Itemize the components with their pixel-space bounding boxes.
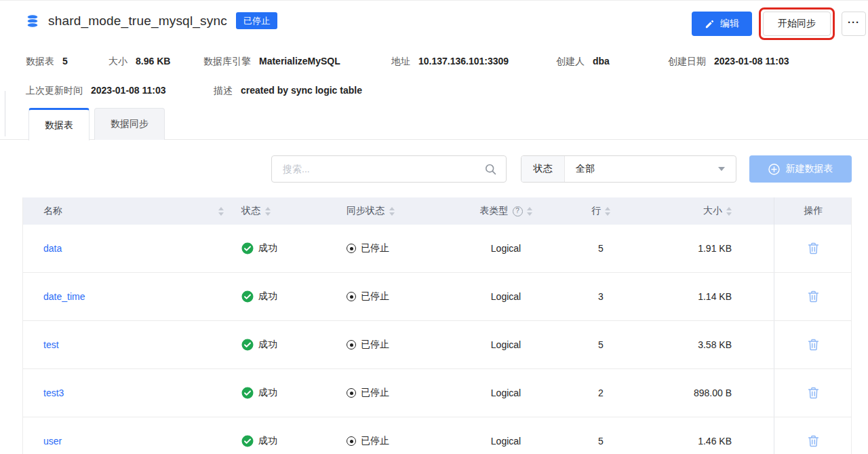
edit-button-label: 编辑 bbox=[720, 18, 739, 30]
delete-trash-icon[interactable] bbox=[804, 335, 823, 354]
meta-last-update: 上次更新时间 2023-01-08 11:03 bbox=[26, 85, 166, 97]
search-input[interactable] bbox=[272, 156, 485, 182]
status-text: 成功 bbox=[258, 387, 277, 399]
size-cell: 1.14 KB bbox=[638, 273, 774, 320]
sort-carets-icon[interactable] bbox=[218, 207, 224, 216]
tab-data-tables[interactable]: 数据表 bbox=[28, 108, 90, 140]
row-count-cell: 5 bbox=[564, 321, 638, 368]
stopped-record-icon bbox=[347, 340, 356, 349]
more-actions-button[interactable]: ··· bbox=[842, 12, 866, 36]
table-row: date_time 成功 已停止 Logical 3 1.14 KB bbox=[23, 273, 851, 321]
tab-data-sync[interactable]: 数据同步 bbox=[94, 108, 165, 140]
meta-label: 创建日期 bbox=[668, 56, 706, 68]
column-header-sync-status[interactable]: 同步状态 bbox=[338, 197, 448, 225]
sort-carets-icon[interactable] bbox=[726, 207, 732, 216]
column-header-status[interactable]: 状态 bbox=[233, 197, 338, 225]
tab-bar: 数据表 数据同步 bbox=[28, 108, 165, 140]
column-title: 同步状态 bbox=[347, 205, 384, 217]
delete-trash-icon[interactable] bbox=[804, 432, 823, 451]
meta-value: MaterializeMySQL bbox=[259, 56, 340, 67]
new-table-button[interactable]: 新建数据表 bbox=[749, 155, 852, 183]
collapsed-panel-edge bbox=[0, 91, 5, 136]
meta-value: created by sync logic table bbox=[241, 85, 362, 96]
sync-status-text: 已停止 bbox=[361, 387, 389, 399]
status-filter-value: 全部 bbox=[576, 163, 595, 175]
sort-carets-icon[interactable] bbox=[605, 207, 610, 216]
status-text: 成功 bbox=[258, 242, 277, 254]
header-actions: 编辑 开始同步 ··· bbox=[692, 7, 866, 40]
table-type-cell: Logical bbox=[448, 321, 564, 368]
table-name-link[interactable]: user bbox=[43, 436, 62, 447]
column-title: 大小 bbox=[703, 205, 722, 217]
column-header-actions: 操作 bbox=[774, 197, 852, 225]
delete-trash-icon[interactable] bbox=[804, 239, 823, 258]
table-name-link[interactable]: test bbox=[43, 339, 59, 350]
column-header-rows[interactable]: 行 bbox=[564, 197, 638, 225]
edit-pencil-icon bbox=[705, 19, 715, 29]
status-filter-label: 状态 bbox=[521, 156, 565, 182]
size-cell: 898.00 B bbox=[638, 369, 774, 417]
status-filter: 状态 全部 bbox=[521, 155, 736, 183]
table-type-cell: Logical bbox=[448, 273, 564, 320]
column-title: 表类型 bbox=[480, 205, 509, 217]
meta-label: 上次更新时间 bbox=[26, 85, 83, 97]
page-title: shard_mode_true_mysql_sync bbox=[48, 14, 227, 29]
stopped-record-icon bbox=[347, 436, 356, 446]
status-filter-select[interactable]: 全部 bbox=[565, 156, 736, 182]
status-text: 成功 bbox=[258, 435, 277, 447]
search-box bbox=[271, 155, 507, 183]
search-icon[interactable] bbox=[485, 164, 496, 175]
table-type-cell: Logical bbox=[448, 369, 564, 417]
row-count-cell: 5 bbox=[564, 225, 638, 272]
row-count-cell: 5 bbox=[564, 417, 638, 454]
column-header-size[interactable]: 大小 bbox=[638, 197, 774, 225]
sort-carets-icon[interactable] bbox=[265, 207, 271, 216]
success-check-icon bbox=[241, 387, 254, 399]
success-check-icon bbox=[241, 242, 254, 254]
column-header-name[interactable]: 名称 bbox=[23, 197, 233, 225]
sort-carets-icon[interactable] bbox=[389, 207, 395, 216]
tab-label: 数据同步 bbox=[111, 118, 149, 130]
delete-trash-icon[interactable] bbox=[804, 287, 823, 306]
stopped-record-icon bbox=[347, 292, 356, 301]
meta-label: 数据表 bbox=[26, 56, 54, 68]
meta-description: 描述 created by sync logic table bbox=[214, 85, 362, 97]
sync-status-text: 已停止 bbox=[361, 290, 389, 303]
meta-table-count: 数据表 5 bbox=[26, 56, 68, 68]
table-name-link[interactable]: date_time bbox=[43, 291, 85, 302]
table-name-link[interactable]: data bbox=[43, 243, 62, 254]
column-title: 状态 bbox=[241, 205, 260, 217]
status-badge: 已停止 bbox=[236, 12, 277, 29]
meta-engine: 数据库引擎 MaterializeMySQL bbox=[203, 56, 340, 68]
meta-label: 大小 bbox=[108, 56, 127, 68]
help-circle-icon[interactable]: ? bbox=[513, 206, 523, 216]
row-count-cell: 3 bbox=[564, 273, 638, 320]
column-header-table-type[interactable]: 表类型 ? bbox=[448, 197, 564, 225]
size-cell: 1.46 KB bbox=[638, 417, 774, 454]
sync-status-text: 已停止 bbox=[361, 435, 389, 447]
meta-value: 10.137.136.101:3309 bbox=[418, 56, 509, 67]
table-row: user 成功 已停止 Logical 5 1.46 KB bbox=[23, 417, 851, 454]
dropdown-caret-icon bbox=[718, 167, 725, 171]
sort-carets-icon[interactable] bbox=[527, 207, 532, 216]
annotation-red-box: 开始同步 bbox=[759, 7, 835, 40]
database-detail-page: shard_mode_true_mysql_sync 已停止 编辑 开始同步 ·… bbox=[0, 0, 868, 454]
stopped-record-icon bbox=[347, 244, 356, 253]
meta-value: 5 bbox=[62, 56, 68, 67]
meta-value: dba bbox=[593, 56, 610, 67]
meta-address: 地址 10.137.136.101:3309 bbox=[391, 56, 509, 68]
start-sync-label: 开始同步 bbox=[778, 18, 816, 30]
meta-value: 8.96 KB bbox=[136, 56, 170, 67]
meta-value: 2023-01-08 11:03 bbox=[91, 85, 166, 96]
meta-label: 创建人 bbox=[556, 56, 585, 68]
new-table-label: 新建数据表 bbox=[786, 163, 833, 175]
column-title: 名称 bbox=[43, 205, 62, 217]
edit-button[interactable]: 编辑 bbox=[692, 12, 752, 36]
table-row: data 成功 已停止 Logical 5 1.91 KB bbox=[23, 225, 851, 273]
table-name-link[interactable]: test3 bbox=[43, 387, 64, 398]
size-cell: 1.91 KB bbox=[638, 225, 774, 272]
status-text: 成功 bbox=[258, 290, 277, 303]
delete-trash-icon[interactable] bbox=[804, 383, 823, 402]
table-type-cell: Logical bbox=[448, 225, 564, 272]
start-sync-button[interactable]: 开始同步 bbox=[763, 12, 831, 36]
